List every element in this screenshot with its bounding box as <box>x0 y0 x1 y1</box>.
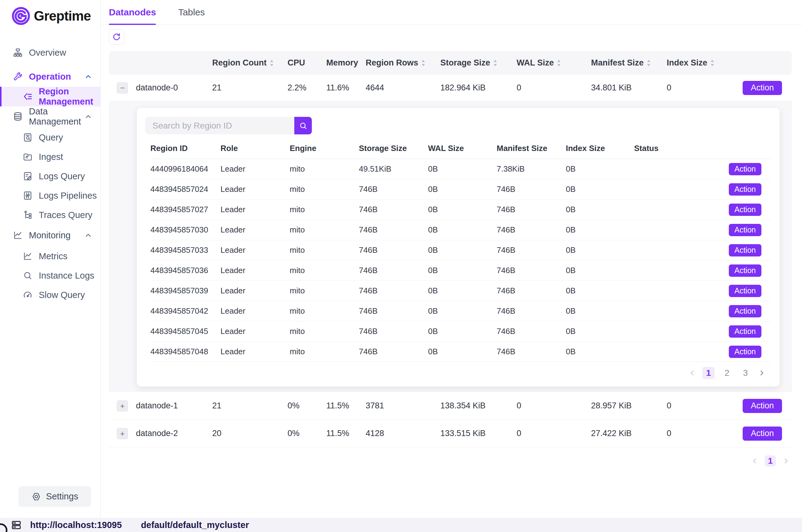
action-button[interactable]: Action <box>729 264 761 277</box>
column-header-index-size[interactable]: Index Size <box>667 58 742 68</box>
sidebar-item-logs-query[interactable]: Logs Query <box>0 169 100 183</box>
refresh-button[interactable] <box>109 29 124 44</box>
action-button[interactable]: Action <box>729 325 761 338</box>
chevron-up-icon[interactable] <box>84 231 92 239</box>
pagination-page-2[interactable]: 2 <box>721 367 733 379</box>
cell-region-id: 4483945857036 <box>150 266 221 275</box>
chevron-up-icon[interactable] <box>84 113 92 120</box>
cell-role: Leader <box>221 347 290 356</box>
sidebar-item-region-management[interactable]: Region Management <box>0 87 100 107</box>
region-search-input[interactable] <box>145 117 294 134</box>
cell-storage-size: 746B <box>359 306 428 316</box>
pagination-next-icon[interactable] <box>782 457 790 465</box>
server-icon <box>11 520 21 530</box>
cell-storage-size: 746B <box>359 286 428 296</box>
collapse-row-button[interactable]: − <box>117 82 128 94</box>
sort-icon[interactable] <box>421 59 425 67</box>
settings-button[interactable]: Settings <box>18 486 91 507</box>
action-button[interactable]: Action <box>729 285 761 297</box>
pagination-page-1[interactable]: 1 <box>765 455 776 467</box>
cluster-name[interactable]: default/default_mycluster <box>141 520 249 530</box>
sidebar-item-metrics[interactable]: Metrics <box>0 249 100 263</box>
action-button[interactable]: Action <box>729 346 761 358</box>
action-button[interactable]: Action <box>743 426 782 441</box>
cell-index-size: 0B <box>566 306 634 316</box>
action-button[interactable]: Action <box>729 224 761 236</box>
sort-icon[interactable] <box>270 59 274 67</box>
datanodes-pagination: 1 <box>109 455 792 467</box>
action-button[interactable]: Action <box>729 244 761 256</box>
region-search <box>145 117 771 134</box>
column-header-memory: Memory <box>326 58 366 68</box>
expand-row-button[interactable]: + <box>117 400 128 412</box>
pagination-prev-icon[interactable] <box>751 457 759 465</box>
cell-storage-size: 49.51KiB <box>359 164 428 174</box>
cell-index-size: 0B <box>566 286 634 296</box>
sort-icon[interactable] <box>557 59 561 67</box>
cell-wal-size: 0B <box>428 347 497 356</box>
action-button[interactable]: Action <box>729 204 761 216</box>
server-url[interactable]: http://localhost:19095 <box>30 520 122 530</box>
datanode-name: datanode-1 <box>136 401 212 411</box>
sidebar-item-instance-logs[interactable]: Instance Logs <box>0 268 100 283</box>
cell-wal-size: 0B <box>428 245 497 255</box>
cell-engine: mito <box>290 327 359 336</box>
sort-icon[interactable] <box>710 59 714 67</box>
action-button[interactable]: Action <box>729 183 761 195</box>
sidebar-item-label: Traces Query <box>39 210 93 220</box>
settings-label: Settings <box>46 491 78 501</box>
tab-datanodes[interactable]: Datanodes <box>109 0 156 25</box>
datanode-name: datanode-0 <box>136 83 212 93</box>
action-button[interactable]: Action <box>743 399 782 413</box>
expand-row-button[interactable]: + <box>117 428 128 439</box>
action-button[interactable]: Action <box>729 305 761 317</box>
column-header-storage-size[interactable]: Storage Size <box>440 58 517 68</box>
action-button[interactable]: Action <box>743 81 782 95</box>
cell-wal-size: 0B <box>428 205 497 214</box>
cell-engine: mito <box>290 347 359 356</box>
search-icon <box>299 121 307 130</box>
sidebar-item-overview[interactable]: Overview <box>0 45 100 60</box>
pagination-page-3[interactable]: 3 <box>739 367 751 379</box>
cell-region-id: 4483945857042 <box>150 306 221 316</box>
region-row: 4483945857045 Leader mito 746B 0B 746B 0… <box>150 321 771 342</box>
cell-role: Leader <box>221 164 290 174</box>
pagination-next-icon[interactable] <box>758 369 766 377</box>
cell-cpu: 2.2% <box>288 83 326 93</box>
sidebar-section-operation[interactable]: Operation <box>0 70 100 84</box>
app-root: Greptime Overview Operation Region Manag… <box>0 0 802 532</box>
sidebar-item-label: Query <box>39 133 63 143</box>
pagination-prev-icon[interactable] <box>688 369 696 377</box>
cell-engine: mito <box>290 225 359 235</box>
cell-storage-size: 746B <box>359 185 428 194</box>
cell-wal-size: 0B <box>428 164 497 174</box>
sort-icon[interactable] <box>647 59 651 67</box>
sidebar-item-query[interactable]: Query <box>0 130 100 145</box>
sidebar-item-label: Instance Logs <box>39 271 94 281</box>
action-button[interactable]: Action <box>729 163 761 175</box>
region-management-icon <box>23 92 33 101</box>
region-row: 4440996184064 Leader mito 49.51KiB 0B 7.… <box>150 159 771 179</box>
datanodes-table: Region Count CPU Memory Region Rows Stor… <box>109 51 792 448</box>
pagination-page-1[interactable]: 1 <box>702 367 715 379</box>
region-search-button[interactable] <box>294 117 312 134</box>
sidebar-section-monitoring[interactable]: Monitoring <box>0 228 100 242</box>
column-header-manifest-size[interactable]: Manifest Size <box>591 58 667 68</box>
top-tab-bar: Datanodes Tables <box>101 0 802 25</box>
sidebar-section-data-management[interactable]: Data Management <box>0 110 100 124</box>
column-header-region-count[interactable]: Region Count <box>212 58 288 68</box>
sidebar-item-ingest[interactable]: Ingest <box>0 150 100 164</box>
sidebar-item-slow-query[interactable]: Slow Query <box>0 288 100 302</box>
cell-storage-size: 138.354 KiB <box>440 401 517 411</box>
datanodes-table-header: Region Count CPU Memory Region Rows Stor… <box>109 51 792 75</box>
column-header-region-rows[interactable]: Region Rows <box>366 58 440 68</box>
sidebar-item-traces-query[interactable]: Traces Query <box>0 208 100 222</box>
sidebar-item-logs-pipelines[interactable]: Logs Pipelines <box>0 189 100 203</box>
cell-wal-size: 0B <box>428 266 497 275</box>
chevron-up-icon[interactable] <box>84 73 92 80</box>
cell-memory: 11.5% <box>326 429 366 438</box>
tab-tables[interactable]: Tables <box>178 0 205 25</box>
cell-engine: mito <box>290 205 359 214</box>
sort-icon[interactable] <box>493 59 497 67</box>
column-header-wal-size[interactable]: WAL Size <box>517 58 591 68</box>
